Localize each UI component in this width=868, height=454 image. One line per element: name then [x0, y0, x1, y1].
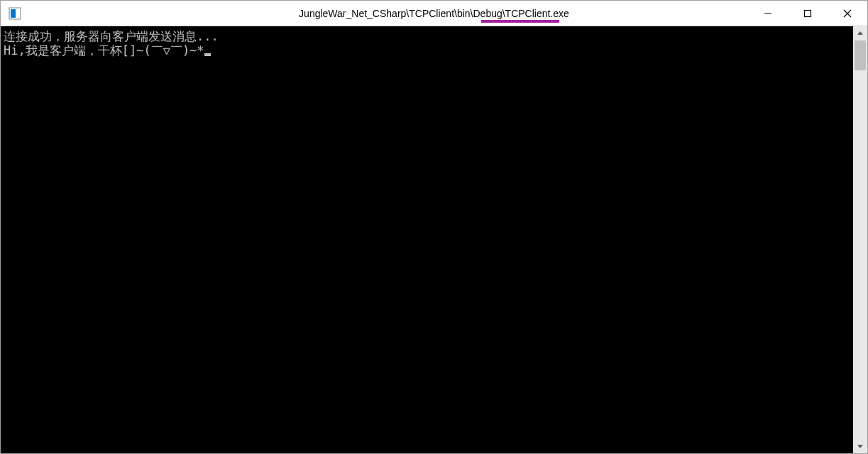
svg-rect-1	[11, 9, 16, 18]
window-controls	[748, 1, 867, 26]
minimize-button[interactable]	[748, 1, 788, 26]
titlebar[interactable]: JungleWar_Net_CSharp\TCPClient\bin\Debug…	[1, 1, 867, 26]
console-line: Hi,我是客户端，干杯[]~(￣▽￣)~*	[4, 43, 850, 58]
scroll-thumb[interactable]	[855, 40, 866, 70]
scroll-up-button[interactable]	[853, 26, 867, 40]
title-underline	[481, 20, 559, 23]
text-cursor	[204, 53, 211, 56]
console-output[interactable]: 连接成功，服务器向客户端发送消息...Hi,我是客户端，干杯[]~(￣▽￣)~*	[1, 26, 853, 453]
vertical-scrollbar[interactable]	[853, 26, 867, 453]
console-window: JungleWar_Net_CSharp\TCPClient\bin\Debug…	[0, 0, 868, 454]
console-line: 连接成功，服务器向客户端发送消息...	[4, 29, 850, 43]
scroll-down-button[interactable]	[853, 439, 867, 453]
scroll-track[interactable]	[853, 40, 867, 439]
maximize-button[interactable]	[788, 1, 828, 26]
svg-rect-2	[764, 13, 771, 13]
console-area: 连接成功，服务器向客户端发送消息...Hi,我是客户端，干杯[]~(￣▽￣)~*	[1, 26, 867, 453]
svg-rect-3	[805, 10, 811, 16]
window-title: JungleWar_Net_CSharp\TCPClient\bin\Debug…	[299, 8, 569, 19]
app-icon	[6, 5, 23, 22]
close-button[interactable]	[828, 1, 867, 26]
